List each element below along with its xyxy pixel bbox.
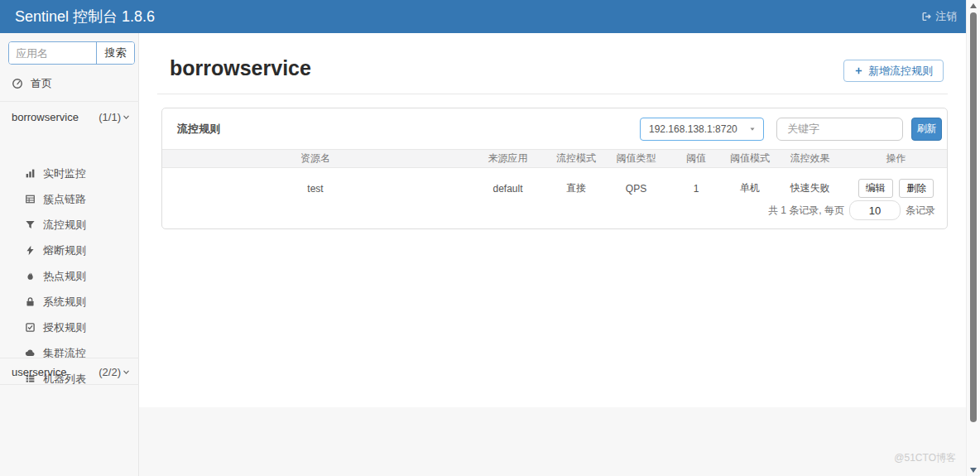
add-flow-rule-button[interactable]: 新增流控规则 [843, 60, 944, 82]
sidebar-home-label: 首页 [31, 76, 52, 91]
title-divider [157, 94, 948, 94]
sidebar-divider [0, 101, 139, 102]
top-navbar: Sentinel 控制台 1.8.6 注销 [0, 0, 980, 33]
sidebar-group-borrowservice[interactable]: borrowservice (1/1) [0, 106, 138, 127]
lock-icon [25, 296, 36, 307]
bolt-icon [25, 245, 36, 256]
sidebar-item-cluster-link[interactable]: 簇点链路 [0, 186, 138, 212]
app-brand: Sentinel 控制台 1.8.6 [15, 0, 155, 33]
group-count: (2/2) [98, 366, 131, 378]
logout-button[interactable]: 注销 [920, 0, 957, 33]
chevron-down-icon [122, 113, 131, 122]
cell-threshold-type: QPS [605, 168, 667, 209]
machine-select-value: 192.168.138.1:8720 [649, 123, 748, 135]
sidebar-divider [0, 384, 139, 385]
item-label: 熔断规则 [43, 243, 86, 258]
sidebar-divider [0, 358, 139, 358]
cell-resource: test [162, 168, 468, 209]
sidebar-item-authority-rules[interactable]: 授权规则 [0, 315, 138, 340]
search-button[interactable]: 搜索 [96, 42, 134, 64]
sidebar-item-home[interactable]: 首页 [12, 76, 52, 91]
group-name: borrowservice [12, 111, 79, 123]
item-label: 系统规则 [43, 295, 86, 310]
pagination-suffix: 条记录 [906, 204, 935, 218]
sidebar-group-userservice[interactable]: userservice (2/2) [0, 361, 138, 382]
flow-rules-panel: 流控规则 192.168.138.1:8720 刷新 资源名 来源应用 流控模式… [161, 108, 948, 229]
sidebar-item-realtime-monitor[interactable]: 实时监控 [0, 161, 138, 186]
col-threshold-type: 阈值类型 [605, 150, 667, 168]
pagination-prefix: 共 1 条记录, 每页 [768, 204, 844, 218]
item-label: 流控规则 [43, 218, 86, 233]
filter-icon [25, 219, 36, 230]
col-actions: 操作 [845, 150, 947, 168]
logout-label: 注销 [935, 9, 957, 24]
col-mode: 流控模式 [547, 150, 605, 168]
sidebar-item-param-flow-rules[interactable]: 热点规则 [0, 263, 138, 289]
cell-mode: 直接 [547, 168, 605, 209]
chevron-down-icon [122, 368, 131, 377]
fire-icon [25, 271, 36, 281]
page-title: borrowservice [170, 56, 311, 80]
cell-threshold: 1 [667, 168, 725, 209]
item-label: 授权规则 [43, 320, 86, 335]
machine-select[interactable]: 192.168.138.1:8720 [640, 118, 764, 141]
bar-chart-icon [25, 168, 36, 179]
watermark: @51CTO博客 [894, 451, 956, 465]
plus-icon [854, 66, 863, 75]
sidebar: 搜索 首页 borrowservice (1/1) 实时监控 簇点链路 流控规则… [0, 33, 139, 476]
caret-down-icon [748, 125, 757, 133]
scroll-down-arrow-icon[interactable] [970, 468, 977, 473]
delete-button[interactable]: 删除 [899, 179, 934, 198]
app-search-input[interactable] [9, 42, 96, 64]
main-content: borrowservice 新增流控规则 流控规则 192.168.138.1:… [139, 33, 980, 407]
scroll-up-arrow-icon[interactable] [970, 3, 977, 8]
page-size-input[interactable] [849, 200, 901, 220]
col-threshold-mode: 阈值模式 [725, 150, 775, 168]
panel-title: 流控规则 [177, 122, 220, 137]
gauge-icon [12, 78, 23, 89]
item-label: 热点规则 [43, 269, 86, 284]
panel-header: 流控规则 192.168.138.1:8720 刷新 [162, 108, 947, 149]
group-name: userservice [12, 366, 66, 378]
scrollbar-thumb[interactable] [970, 12, 977, 422]
sidebar-item-degrade-rules[interactable]: 熔断规则 [0, 238, 138, 263]
pagination: 共 1 条记录, 每页 条记录 [768, 200, 935, 220]
group-count: (1/1) [98, 111, 131, 123]
sidebar-item-system-rules[interactable]: 系统规则 [0, 289, 138, 315]
col-resource: 资源名 [162, 150, 468, 168]
col-threshold: 阈值 [667, 150, 725, 168]
keyword-input[interactable] [776, 118, 903, 141]
col-source: 来源应用 [468, 150, 547, 168]
item-label: 簇点链路 [43, 192, 86, 207]
check-square-icon [25, 322, 36, 333]
edit-button[interactable]: 编辑 [858, 179, 893, 198]
sidebar-item-flow-rules[interactable]: 流控规则 [0, 212, 138, 238]
table-header-row: 资源名 来源应用 流控模式 阈值类型 阈值 阈值模式 流控效果 操作 [162, 150, 947, 168]
col-effect: 流控效果 [775, 150, 845, 168]
item-label: 实时监控 [43, 166, 86, 181]
cell-source: default [468, 168, 547, 209]
scrollbar[interactable] [966, 0, 980, 476]
refresh-button[interactable]: 刷新 [911, 118, 942, 141]
app-search-group: 搜索 [8, 41, 135, 65]
sign-out-icon [920, 11, 932, 22]
cluster-link-icon [25, 194, 36, 204]
add-flow-rule-label: 新增流控规则 [868, 64, 933, 79]
